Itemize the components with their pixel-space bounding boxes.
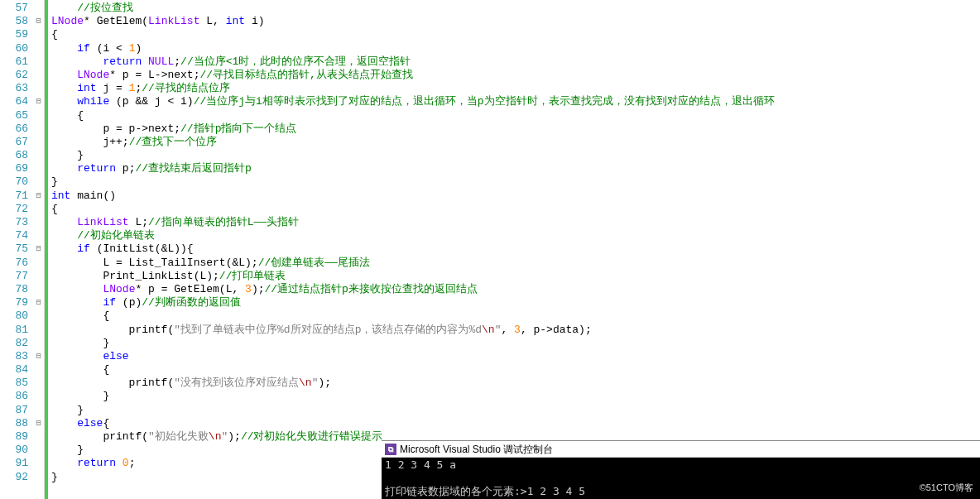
code-line[interactable]: {	[51, 28, 980, 41]
line-number: 79	[0, 296, 28, 309]
line-number-gutter: 5758596061626364656667686970717273747576…	[0, 0, 33, 499]
code-line[interactable]: }	[51, 337, 980, 350]
line-number: 60	[0, 42, 28, 55]
code-line[interactable]: j++;//查找下一个位序	[51, 136, 980, 149]
code-line[interactable]: {	[51, 363, 980, 377]
fold-toggle	[33, 363, 44, 377]
fold-toggle	[33, 55, 44, 69]
code-line[interactable]: }	[51, 404, 980, 417]
fold-toggle[interactable]: ⊟	[33, 296, 44, 309]
fold-toggle	[33, 28, 44, 41]
code-line[interactable]: LNode* p = L->next;//寻找目标结点的指针,从表头结点开始查找	[51, 69, 980, 82]
code-line[interactable]: return NULL;//当位序<1时，此时的位序不合理，返回空指针	[51, 55, 980, 69]
fold-toggle[interactable]: ⊟	[33, 417, 44, 430]
console-line	[385, 472, 977, 485]
line-number: 78	[0, 283, 28, 296]
code-line[interactable]: printf("找到了单链表中位序%d所对应的结点p，该结点存储的内容为%d\n…	[51, 324, 980, 337]
line-number: 69	[0, 162, 28, 175]
line-number: 66	[0, 122, 28, 136]
code-line[interactable]: else	[51, 350, 980, 363]
line-number: 90	[0, 444, 28, 457]
fold-toggle	[33, 309, 44, 323]
code-area[interactable]: //按位查找LNode* GetElem(LinkList L, int i){…	[48, 0, 980, 499]
fold-toggle	[33, 430, 44, 444]
line-number: 63	[0, 82, 28, 95]
line-number: 77	[0, 270, 28, 283]
fold-toggle	[33, 109, 44, 122]
line-number: 61	[0, 55, 28, 69]
code-line[interactable]: return p;//查找结束后返回指针p	[51, 162, 980, 175]
code-line[interactable]: int j = 1;//寻找的结点位序	[51, 82, 980, 95]
fold-toggle	[33, 175, 44, 189]
fold-toggle	[33, 82, 44, 95]
fold-toggle	[33, 377, 44, 390]
console-line: 打印链表数据域的各个元素:>1 2 3 4 5	[385, 485, 977, 498]
code-line[interactable]: //初始化单链表	[51, 229, 980, 242]
code-line[interactable]: while (p && j < i)//当位序j与i相等时表示找到了对应的结点，…	[51, 95, 980, 108]
code-line[interactable]: int main()	[51, 190, 980, 203]
line-number: 83	[0, 350, 28, 363]
fold-toggle[interactable]: ⊟	[33, 242, 44, 256]
line-number: 71	[0, 190, 28, 203]
code-line[interactable]: LNode* p = GetElem(L, 3);//通过结点指针p来接收按位查…	[51, 283, 980, 296]
fold-toggle[interactable]: ⊟	[33, 15, 44, 28]
line-number: 87	[0, 404, 28, 417]
code-line[interactable]: }	[51, 390, 980, 403]
code-line[interactable]: }	[51, 175, 980, 189]
line-number: 88	[0, 417, 28, 430]
line-number: 57	[0, 2, 28, 15]
line-number: 81	[0, 324, 28, 337]
line-number: 70	[0, 175, 28, 189]
fold-toggle	[33, 444, 44, 457]
console-output[interactable]: 1 2 3 4 5 a 打印链表数据域的各个元素:>1 2 3 4 5 找到了单…	[382, 458, 980, 499]
code-line[interactable]: else{	[51, 417, 980, 430]
line-number: 65	[0, 109, 28, 122]
console-title-text: Microsoft Visual Studio 调试控制台	[400, 441, 553, 458]
code-line[interactable]: }	[51, 149, 980, 162]
code-line[interactable]: if (i < 1)	[51, 42, 980, 55]
fold-toggle	[33, 270, 44, 283]
fold-gutter[interactable]: ⊟⊟⊟⊟⊟⊟⊟	[33, 0, 45, 499]
fold-toggle	[33, 471, 44, 484]
code-editor: 5758596061626364656667686970717273747576…	[0, 0, 980, 499]
line-number: 89	[0, 430, 28, 444]
vs-icon: ⧉	[385, 444, 396, 455]
fold-toggle	[33, 2, 44, 15]
watermark: ©51CTO博客	[920, 482, 973, 494]
code-line[interactable]: {	[51, 109, 980, 122]
code-line[interactable]: {	[51, 203, 980, 216]
fold-toggle	[33, 69, 44, 82]
fold-toggle	[33, 257, 44, 270]
fold-toggle	[33, 203, 44, 216]
code-line[interactable]: //按位查找	[51, 2, 980, 15]
code-line[interactable]: {	[51, 309, 980, 323]
debug-console: ⧉ Microsoft Visual Studio 调试控制台 1 2 3 4 …	[382, 440, 980, 499]
fold-toggle	[33, 162, 44, 175]
line-number: 74	[0, 229, 28, 242]
line-number: 72	[0, 203, 28, 216]
line-number: 86	[0, 390, 28, 403]
code-line[interactable]: if (InitList(&L)){	[51, 242, 980, 256]
fold-toggle[interactable]: ⊟	[33, 95, 44, 108]
code-line[interactable]: LNode* GetElem(LinkList L, int i)	[51, 15, 980, 28]
line-number: 62	[0, 69, 28, 82]
line-number: 82	[0, 337, 28, 350]
line-number: 76	[0, 257, 28, 270]
fold-toggle	[33, 404, 44, 417]
code-line[interactable]: printf("没有找到该位序对应结点\n");	[51, 377, 980, 390]
line-number: 59	[0, 28, 28, 41]
line-number: 91	[0, 457, 28, 470]
code-line[interactable]: L = List_TailInsert(&L);//创建单链表——尾插法	[51, 257, 980, 270]
line-number: 58	[0, 15, 28, 28]
code-line[interactable]: LinkList L;//指向单链表的指针L——头指针	[51, 216, 980, 229]
line-number: 68	[0, 149, 28, 162]
fold-toggle[interactable]: ⊟	[33, 190, 44, 203]
code-line[interactable]: if (p)//判断函数的返回值	[51, 296, 980, 309]
line-number: 85	[0, 377, 28, 390]
code-line[interactable]: p = p->next;//指针p指向下一个结点	[51, 122, 980, 136]
code-line[interactable]: Print_LinkList(L);//打印单链表	[51, 270, 980, 283]
fold-toggle[interactable]: ⊟	[33, 350, 44, 363]
line-number: 67	[0, 136, 28, 149]
console-titlebar[interactable]: ⧉ Microsoft Visual Studio 调试控制台	[382, 441, 980, 458]
fold-toggle	[33, 457, 44, 470]
